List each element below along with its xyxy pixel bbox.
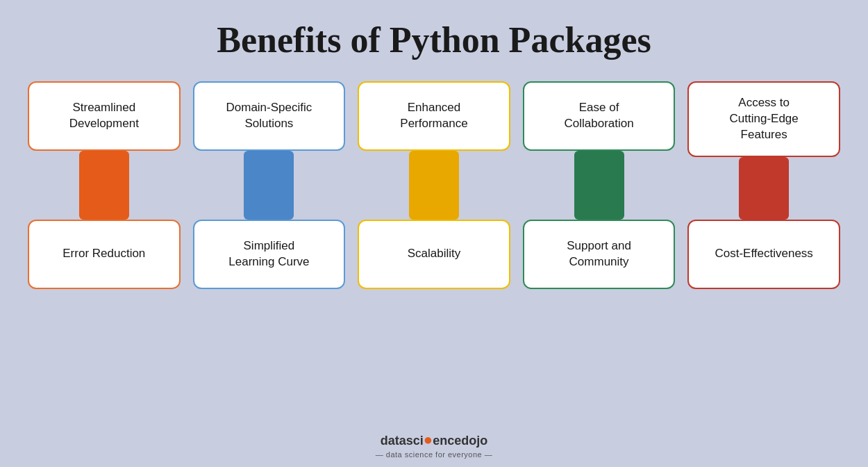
card-error-reduction: Error Reduction (28, 220, 181, 289)
card-label: StreamlinedDevelopment (69, 100, 139, 132)
card-label: Cost-Effectiveness (715, 246, 812, 262)
card-ease-of-collaboration: Ease ofCollaboration (523, 81, 676, 151)
logo-dojo: dojo (461, 434, 487, 448)
column-4: Ease ofCollaboration Support andCommunit… (523, 81, 676, 289)
columns-container: StreamlinedDevelopment Error Reduction D… (28, 81, 840, 289)
card-label: Support andCommunity (567, 238, 631, 270)
connector-1 (79, 151, 129, 220)
card-cutting-edge: Access toCutting-EdgeFeatures (687, 81, 840, 157)
connector-2 (244, 151, 294, 220)
card-label: Ease ofCollaboration (564, 100, 633, 132)
card-domain-specific: Domain-SpecificSolutions (193, 81, 346, 151)
column-3: EnhancedPerformance Scalability (358, 81, 510, 289)
column-2: Domain-SpecificSolutions SimplifiedLearn… (193, 81, 346, 289)
card-label: SimplifiedLearning Curve (228, 238, 309, 270)
card-label: Scalability (408, 246, 461, 262)
logo-data: data (381, 434, 406, 448)
logo-dot: ● (424, 431, 433, 448)
card-label: EnhancedPerformance (400, 100, 467, 132)
card-label: Access toCutting-EdgeFeatures (730, 95, 799, 143)
column-1: StreamlinedDevelopment Error Reduction (28, 81, 181, 289)
card-streamlined-development: StreamlinedDevelopment (28, 81, 181, 151)
card-simplified-learning: SimplifiedLearning Curve (193, 220, 346, 289)
logo-science: sci (406, 434, 424, 448)
card-cost-effectiveness: Cost-Effectiveness (687, 220, 840, 289)
logo-science2: ence (433, 434, 461, 448)
footer-logo: datasci●encedojo (381, 431, 487, 449)
footer-tagline: — data science for everyone — (376, 450, 493, 459)
column-5: Access toCutting-EdgeFeatures Cost-Effec… (687, 81, 840, 289)
connector-3 (409, 151, 459, 220)
card-scalability: Scalability (358, 220, 510, 289)
connector-5 (739, 157, 789, 220)
card-label: Domain-SpecificSolutions (226, 100, 312, 132)
card-enhanced-performance: EnhancedPerformance (358, 81, 510, 151)
card-label: Error Reduction (62, 246, 145, 262)
card-support-community: Support andCommunity (523, 220, 676, 289)
footer: datasci●encedojo — data science for ever… (376, 431, 493, 467)
connector-4 (574, 151, 624, 220)
page-title: Benefits of Python Packages (217, 19, 651, 60)
